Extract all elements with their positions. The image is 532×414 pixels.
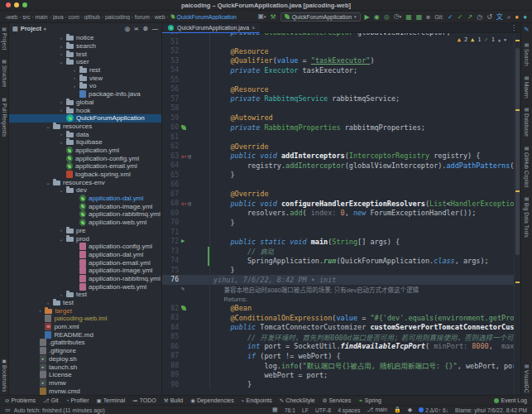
chevron-right-icon[interactable]: › [46,301,50,306]
run-line-icon[interactable]: ▶ [181,238,185,244]
code-line[interactable]: 86 int port = SocketUtil.findAvailableTc… [162,342,514,352]
chevron-right-icon[interactable]: › [37,308,42,313]
sidebar-item-visualgc[interactable]: ▤VisualGC [524,363,530,392]
editor-gutter[interactable]: 88 [162,361,210,371]
tree-item-application-rabbitmq-yml[interactable]: application-rabbitmq.yml [9,210,161,219]
editor-gutter[interactable]: 74 [162,256,210,266]
code-line[interactable]: 87 if (port != webPort) { [162,351,514,361]
editor-gutter[interactable]: 82 [162,304,210,314]
code-line[interactable]: 59 @Autowired [162,113,514,123]
rollback-icon[interactable]: ↺ [486,13,492,21]
chevron-right-icon[interactable]: › [59,108,64,113]
tree-item-liquibase[interactable]: ›liquibase [9,138,161,147]
toolwindow-button-problems[interactable]: ⊘Problems [5,397,36,404]
p3c-plugin-icon[interactable]: ● [515,13,519,21]
tree-item-application-rabbitmq-yml[interactable]: application-rabbitmq.yml [9,275,161,283]
tree-item-target[interactable]: ›target [9,306,161,315]
tree-item-application-email-yml[interactable]: application-email.yml [9,258,161,267]
sidebar-item-maven[interactable]: ▤Maven [524,75,530,99]
code-line[interactable]: Returns: [162,294,514,304]
tree-item-application-dal-yml[interactable]: application-dal.yml [9,195,161,203]
editor-gutter[interactable]: 87 [162,351,210,361]
tree-item-paicoding-web-iml[interactable]: paicoding-web.iml [9,315,161,323]
editor-gutter[interactable]: ✎ [162,285,210,295]
breadcrumb-item[interactable]: web [155,14,165,20]
chevron-down-icon[interactable]: ⌄ [59,187,64,193]
scrollbar-thumb[interactable] [515,48,520,255]
locate-file-icon[interactable]: ◎ [125,26,130,32]
tree-item-vo[interactable]: ›vo [9,82,161,90]
code-line[interactable]: 66 [162,180,514,190]
sidebar-item-pull-requests[interactable]: ▤Pull Requests [2,96,7,137]
breadcrumb-item[interactable]: main [36,14,48,20]
code-line[interactable]: 74 SpringApplication.run(QuickForumAppli… [162,256,514,266]
editor-gutter[interactable]: 60 [162,123,210,132]
commit-icon[interactable]: ✓ [458,13,463,21]
tree-item-application-config-yml[interactable]: application-config.yml [9,154,161,162]
editor-gutter[interactable]: 65 [162,171,210,181]
breadcrumb-item[interactable]: QuickForumApplication [177,14,237,20]
editor-gutter[interactable]: 68o↑@ [162,199,210,209]
code-line[interactable]: 89 webPort = port; [162,370,514,380]
tree-item-resources-env[interactable]: ⌄resources-env [9,178,161,186]
breadcrumb-item[interactable]: paicoding [105,14,130,20]
tree-item-application-config-yml[interactable]: application-config.yml [9,243,161,251]
code-line[interactable]: 62 @Override [162,142,514,152]
code-line[interactable]: 68o↑@ public void configureHandlerExcept… [162,199,514,209]
code-line[interactable]: 52 @Resource [162,46,514,56]
code-line[interactable]: 53 @Qualifier(value = "taskExecutor") [162,56,514,66]
tree-item-license[interactable]: License [9,371,161,379]
editor-gutter[interactable]: 58 [162,104,210,113]
code-line[interactable]: 65 } [162,171,514,181]
code-line[interactable]: 72▶ public static void main(String[] arg… [162,237,514,247]
code-line[interactable]: 57 private RabbitmqService rabbitmqServi… [162,94,514,104]
tree-item-application-image-yml[interactable]: application-image.yml [9,267,161,275]
settings-gear-icon[interactable]: ⚙ [143,26,148,32]
chevron-right-icon[interactable]: › [72,68,77,73]
tree-item-mvnw[interactable]: ▸mvnw [9,379,161,388]
tree-item-pre[interactable]: ›pre [9,227,161,235]
code-line[interactable]: 75 } [162,266,514,276]
prev-problem-icon[interactable]: ▲ [498,37,501,42]
project-panel-title[interactable]: Project [21,25,41,32]
sidebar-item-search[interactable]: ▤Search [524,41,530,66]
sidebar-item-github-copilot[interactable]: ▤GitHub Copilot [524,145,530,187]
run-configuration-select[interactable]: QuickForumApplication ▾ [280,12,361,22]
editor-gutter[interactable]: 90 [162,380,210,390]
update-project-icon[interactable]: ✓ [448,13,453,21]
chevron-right-icon[interactable]: › [59,51,64,56]
sidebar-item-bookmarks[interactable]: ▣Bookmarks [2,358,7,392]
chevron-down-icon[interactable]: ⌄ [59,236,64,242]
code-line[interactable]: 73 // 启动 [162,247,514,257]
breadcrumb-item[interactable]: java [53,14,64,20]
code-line[interactable]: 90 } [162,380,514,390]
package-button[interactable]: ▦ [416,13,423,21]
code-line[interactable]: 83 @ConditionalOnExpression(value = "#{'… [162,313,514,323]
code-line[interactable]: 76yihui, 7/6/22, 8:42 PM • init [162,275,514,285]
editor-gutter[interactable]: 64 [162,161,210,171]
profiler-button[interactable]: ◷▾ [394,12,402,21]
tree-item-test[interactable]: ›test [9,50,161,58]
editor-gutter[interactable]: 55 [162,75,210,85]
chevron-down-icon[interactable]: ⌄ [59,59,64,65]
code-line[interactable]: 70 } [162,218,514,228]
editor-gutter[interactable]: 62 [162,142,210,152]
override-method-icon[interactable]: o↑ [181,153,187,159]
tree-item-logback-spring-xml[interactable]: logback-spring.xml [9,171,161,179]
toolwindow-button-checkstyle[interactable]: ✎CheckStyle [280,397,315,404]
code-line[interactable]: 67 @Override [162,190,514,200]
chevron-right-icon[interactable]: › [59,292,64,297]
history-icon[interactable]: ◷ [477,13,482,21]
wrench-icon[interactable]: ⚒ [270,13,276,21]
editor-gutter[interactable]: 53 [162,56,210,66]
tree-item-test[interactable]: ›test [9,291,161,299]
lock-icon[interactable]: 🔒 [394,407,401,413]
stop-button[interactable]: ■ [426,13,430,21]
chevron-down-icon[interactable]: ▾ [44,26,46,31]
tree-item-quickforumapplication[interactable]: QuickForumApplication [9,114,161,123]
chevron-right-icon[interactable]: › [59,228,64,233]
edit-pencil-icon[interactable]: ✎ [524,26,529,33]
sidebar-item-database[interactable]: ▤Database [524,106,530,137]
tree-item-search[interactable]: ›search [9,42,161,51]
tree-item-resources[interactable]: ⌄resources [9,123,161,131]
